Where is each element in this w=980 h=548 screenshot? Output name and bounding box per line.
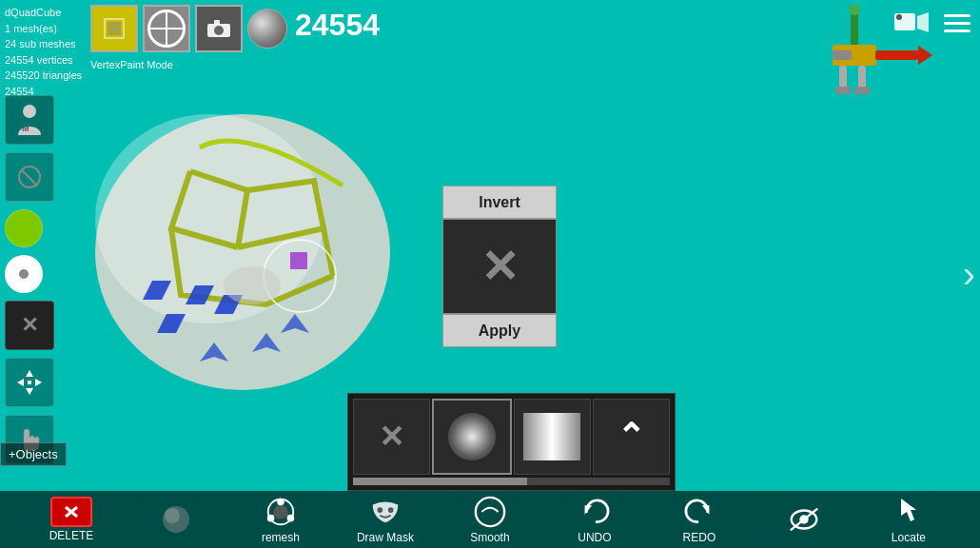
- svg-rect-17: [854, 87, 870, 94]
- brush-progress-fill: [353, 478, 527, 485]
- brush-options: ✕ ⌃: [353, 399, 670, 475]
- remesh-label: remesh: [262, 531, 300, 544]
- svg-point-9: [849, 5, 860, 15]
- locate-icon: [892, 495, 926, 529]
- apply-button[interactable]: Apply: [442, 314, 557, 347]
- mesh-count: 1 mesh(es): [5, 21, 82, 37]
- svg-point-41: [388, 507, 394, 513]
- svg-rect-24: [28, 381, 31, 384]
- mesh-info: dQuadCube 1 mesh(es) 24 sub meshes 24554…: [5, 5, 82, 99]
- right-arrow-button[interactable]: ›: [963, 253, 975, 296]
- small-preview-icon: [159, 502, 193, 537]
- dot-icon: [19, 269, 29, 279]
- locate-button[interactable]: Locate: [880, 495, 937, 544]
- mesh-svg: [76, 95, 409, 390]
- svg-marker-20: [26, 370, 33, 377]
- no-icon: [18, 166, 41, 188]
- invert-apply-popup: Invert ✕ Apply: [442, 186, 557, 347]
- gizmo: [780, 5, 923, 100]
- x-icon: ✕: [21, 313, 38, 338]
- brush-option-chevron[interactable]: ⌃: [593, 399, 670, 475]
- locate-label: Locate: [892, 531, 926, 544]
- vertex-count: 24554: [295, 8, 380, 43]
- brush-progress-bar[interactable]: [353, 478, 670, 485]
- svg-point-3: [214, 26, 224, 35]
- undo-icon: [578, 495, 612, 529]
- gizmo-svg: [780, 5, 932, 100]
- svg-point-29: [224, 266, 281, 304]
- eye-icon: [787, 502, 821, 537]
- redo-button[interactable]: REDO: [671, 495, 728, 544]
- svg-rect-11: [875, 50, 918, 60]
- remesh-icon: [264, 495, 298, 529]
- white-circle-button[interactable]: [5, 255, 43, 293]
- mode-area: [90, 5, 287, 52]
- undo-label: UNDO: [578, 531, 611, 544]
- svg-line-47: [791, 509, 817, 531]
- brush-chevron-icon: ⌃: [617, 417, 645, 457]
- redo-label: REDO: [683, 531, 716, 544]
- delete-btn-box: [50, 497, 92, 527]
- svg-rect-4: [214, 20, 220, 25]
- svg-rect-14: [839, 66, 847, 89]
- svg-rect-13: [833, 50, 852, 60]
- svg-point-42: [476, 498, 504, 526]
- svg-point-18: [23, 105, 36, 118]
- invert-x-icon: ✕: [480, 240, 519, 293]
- svg-point-37: [277, 499, 284, 506]
- brush-option-cloud[interactable]: [432, 399, 511, 475]
- hamburger-menu-button[interactable]: [944, 14, 970, 32]
- mode-label: VertexPaint Mode: [90, 59, 173, 70]
- x-action-button[interactable]: ✕: [5, 301, 54, 350]
- remesh-button[interactable]: remesh: [252, 495, 309, 544]
- svg-marker-23: [35, 379, 42, 386]
- smooth-button[interactable]: Smooth: [461, 495, 519, 544]
- svg-point-39: [267, 515, 275, 522]
- brush-cloud-icon: [448, 413, 496, 460]
- mode-thumb-yellow[interactable]: [90, 5, 138, 52]
- smooth-icon: [473, 495, 507, 529]
- sub-meshes: 24 sub meshes: [5, 36, 82, 52]
- brush-option-x[interactable]: ✕: [353, 399, 430, 475]
- invert-preview: ✕: [442, 219, 557, 314]
- svg-rect-1: [108, 22, 121, 35]
- brush-x-icon: ✕: [379, 419, 404, 455]
- draw-mask-button[interactable]: Draw Mask: [357, 495, 414, 544]
- svg-point-36: [273, 504, 287, 519]
- person-mode-button[interactable]: M: [5, 95, 54, 145]
- delete-button[interactable]: DELETE: [43, 497, 100, 542]
- vertices: 24554 vertices: [5, 52, 82, 68]
- no-action-button[interactable]: [5, 152, 54, 202]
- move-arrows-icon: [15, 368, 44, 397]
- svg-text:M: M: [22, 124, 29, 133]
- green-action-button[interactable]: [5, 209, 43, 247]
- move-button[interactable]: [5, 358, 54, 407]
- mode-thumb-camera[interactable]: [195, 5, 243, 52]
- delete-icon: [60, 502, 83, 521]
- svg-marker-22: [17, 379, 24, 386]
- svg-marker-44: [702, 505, 710, 514]
- sphere-preview: [247, 9, 287, 49]
- eye-toggle-button[interactable]: [775, 502, 833, 537]
- svg-rect-15: [858, 66, 866, 89]
- bottom-toolbar: DELETE remesh: [0, 491, 980, 548]
- undo-button[interactable]: UNDO: [566, 495, 623, 544]
- small-preview-button[interactable]: [147, 502, 205, 537]
- svg-rect-27: [290, 252, 307, 269]
- svg-marker-21: [26, 388, 33, 395]
- svg-marker-43: [585, 505, 593, 514]
- svg-marker-12: [918, 46, 932, 65]
- invert-button[interactable]: Invert: [442, 186, 557, 219]
- draw-mask-icon: [368, 495, 402, 529]
- objects-button[interactable]: +Objects: [0, 442, 67, 466]
- svg-point-34: [165, 508, 180, 523]
- brush-gradient-icon: [523, 413, 580, 460]
- mode-thumb-globe[interactable]: [143, 5, 190, 52]
- left-sidebar: M ✕: [5, 95, 54, 464]
- brush-option-gradient[interactable]: [514, 399, 591, 475]
- mesh-object: [76, 95, 409, 390]
- app-title: dQuadCube: [5, 5, 82, 21]
- svg-rect-16: [835, 87, 851, 94]
- redo-icon: [682, 495, 716, 529]
- delete-label: DELETE: [49, 529, 94, 542]
